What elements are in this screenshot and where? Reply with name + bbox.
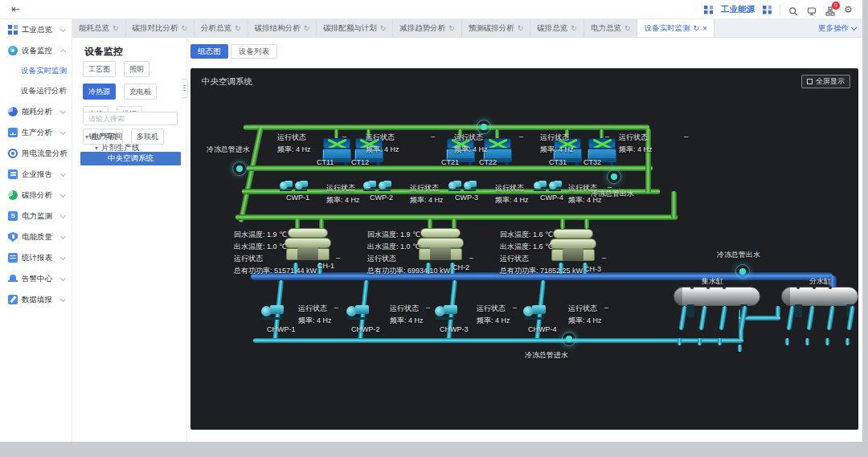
pipe-sensor (477, 120, 491, 134)
collapse-sidebar-icon[interactable]: ⇤ (11, 3, 20, 15)
view-tab-device-list[interactable]: 设备列表 (231, 44, 277, 59)
fullscreen-icon (807, 79, 813, 84)
filter-lighting[interactable]: 照明 (124, 61, 149, 77)
app-grid-icon[interactable] (704, 6, 713, 14)
app-window: ⇤ 工业能源 0 ⚙ 工业总览 设备监控 (0, 0, 862, 442)
filter-process-diagram[interactable]: 工艺图 (83, 61, 116, 77)
sidebar-item-industrial-overview[interactable]: 工业总览 (0, 19, 72, 40)
pipe-segment (671, 191, 677, 218)
device-label: CT22 (479, 158, 497, 166)
device-monitor-panel: 设备监控 工艺图 照明 冷热源 充电桩 光伏 排污 锅炉系统 多联机 ▾ 生产车… (72, 38, 187, 442)
close-icon[interactable]: × (702, 24, 707, 33)
screen-icon[interactable] (807, 5, 817, 15)
pump-icon (435, 303, 457, 320)
pipe-label-inlet: 冷冻总管进水 (207, 145, 250, 155)
table-icon (8, 253, 18, 263)
tab-analysis-overview[interactable]: 分析总览↻ (194, 19, 248, 37)
sidebar-item-power-monitoring[interactable]: S 电力监测 (0, 206, 72, 226)
pipe-sensor (607, 169, 621, 184)
pipe-segment (718, 338, 722, 345)
tank-leg (687, 304, 694, 317)
sidebar-item-electricity-flow[interactable]: 用电流量分析 (0, 143, 72, 164)
refresh-icon[interactable]: ↻ (113, 24, 119, 32)
pipe-sensor (232, 161, 247, 176)
sidebar-item-carbon-analysis[interactable]: 碳排分析 (0, 185, 72, 206)
device-label: CWP-3 (455, 194, 478, 202)
power-icon: S (8, 211, 18, 221)
sidebar-item-alarm-center[interactable]: 告警中心 (0, 268, 72, 289)
pipe-segment (785, 338, 789, 345)
view-tab-diagram[interactable]: 组态图 (190, 44, 228, 59)
pipe-segment (719, 306, 727, 331)
org-icon[interactable]: 0 (825, 5, 836, 15)
refresh-icon[interactable]: ↻ (518, 24, 524, 32)
status-block: 运行状态–频率: 4 Hz (366, 133, 435, 153)
status-block: 运行状态–频率: 4 Hz (619, 133, 688, 153)
pipe-segment (825, 338, 829, 345)
tab-carbon-quota[interactable]: 碳排配额与计划↻ (317, 19, 393, 37)
more-actions-button[interactable]: 更多操作 (818, 19, 856, 38)
grid-icon (8, 25, 18, 35)
tree-node-workshop[interactable]: ▾ 生产车间 (85, 132, 122, 142)
pen-icon (8, 295, 18, 304)
device-label: CHWP-2 (351, 325, 380, 333)
pipe-segment (786, 306, 795, 331)
green-pie-icon (8, 190, 18, 200)
pipe-label-outlet: 冷冻总管出水 (591, 189, 634, 199)
tree-node-central-ac[interactable]: 中央空调系统 (80, 152, 181, 165)
sidebar-item-enterprise-report[interactable]: 企业报告 (0, 164, 72, 185)
tab-carbon-compare[interactable]: 碳排对比分析↻ (126, 19, 195, 37)
status-block: 运行状态–频率: 4 Hz (277, 133, 346, 153)
pipe-segment (826, 306, 835, 331)
device-label: CHWP-3 (440, 325, 469, 333)
tab-energy-overview[interactable]: 能耗总览↻ (72, 19, 126, 37)
fullscreen-button[interactable]: 全屏显示 (801, 75, 850, 88)
pump-icon (261, 303, 284, 320)
apps-menu-icon[interactable] (763, 6, 772, 14)
document-icon (8, 169, 18, 179)
refresh-icon[interactable]: ↻ (380, 24, 387, 32)
sidebar-item-power-quality[interactable]: 电能质量 (0, 226, 72, 247)
filter-charging-pile[interactable]: 充电桩 (124, 84, 157, 100)
diagram-title: 中央空调系统 (202, 76, 252, 88)
sidebar-item-device-operation[interactable]: 设备运行分析 (0, 81, 72, 101)
sidebar-item-device-realtime[interactable]: 设备实时监测 (0, 61, 72, 81)
sidebar-item-device-monitoring[interactable]: 设备监控 (0, 40, 72, 61)
refresh-icon[interactable]: ↻ (571, 24, 577, 32)
refresh-icon[interactable]: ↻ (304, 24, 310, 32)
pump-icon (523, 303, 546, 320)
chiller-info: 回水温度: 1.9 ℃ 出水温度: 1.0 ℃ 运行状态 – 总有功功率: 69… (367, 230, 473, 276)
sidebar-item-production-analysis[interactable]: 生产分析 (0, 122, 72, 143)
gear-icon[interactable]: ⚙ (844, 5, 854, 15)
status-block: 运行状态–频率: 4 Hz (410, 183, 445, 204)
filter-multi-split[interactable]: 多联机 (131, 129, 164, 145)
sidebar-item-energy-analysis[interactable]: 能耗分析 (0, 101, 72, 122)
chart-icon (8, 128, 18, 137)
refresh-icon[interactable]: ↻ (624, 24, 631, 32)
tab-power-overview[interactable]: 电力总览↻ (584, 19, 638, 37)
tab-reduction-trend[interactable]: 减排趋势分析↻ (393, 19, 462, 37)
divider (780, 5, 780, 15)
refresh-icon[interactable]: ↻ (448, 24, 455, 32)
bell-icon (8, 274, 18, 284)
chiller-info: 回水温度: 1.9 ℃ 出水温度: 1.0 ℃ 运行状态 – 总有功功率: 51… (234, 230, 340, 276)
monitor-icon (8, 46, 18, 55)
scada-canvas: 中央空调系统 全屏显示 (190, 68, 858, 430)
device-label: CWP-2 (370, 194, 393, 202)
tab-device-realtime[interactable]: 设备实时监测↻× (637, 19, 714, 37)
refresh-icon[interactable]: ↻ (235, 24, 241, 32)
refresh-icon[interactable]: ↻ (182, 24, 188, 32)
refresh-icon[interactable]: ↻ (693, 24, 699, 32)
search-input[interactable] (83, 112, 178, 125)
search-icon[interactable] (788, 5, 799, 15)
pipe-label-outlet: 冷冻总管出水 (717, 250, 760, 260)
tab-carbon-overview[interactable]: 碳排总览↻ (530, 19, 584, 37)
tab-carbon-structure[interactable]: 碳排结构分析↻ (248, 19, 317, 37)
tab-carbon-forecast[interactable]: 预测碳排分析↻ (462, 19, 531, 37)
tank-leg (795, 304, 802, 317)
device-label: CHWP-1 (267, 325, 296, 333)
sidebar-item-statistics-report[interactable]: 统计报表 (0, 247, 72, 268)
sidebar-item-data-filling[interactable]: 数据填报 (0, 289, 72, 310)
filter-cold-heat-source[interactable]: 冷热源 (83, 84, 116, 100)
panel-collapse-handle[interactable] (182, 79, 188, 98)
